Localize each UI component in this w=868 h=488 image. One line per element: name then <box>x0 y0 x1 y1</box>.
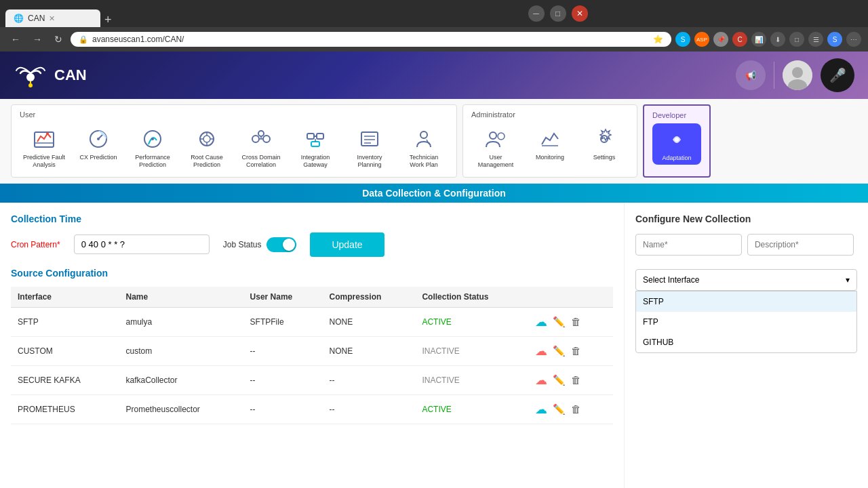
extension-more[interactable]: ⋯ <box>846 32 861 47</box>
cell-interface: CUSTOM <box>11 336 119 365</box>
performance-label: Performance Prediction <box>131 154 174 169</box>
svg-point-13 <box>151 138 154 140</box>
nav-item-cross-domain[interactable]: Cross Domain Correlation <box>237 123 285 171</box>
nav-item-cx-prediction[interactable]: CX Prediction <box>74 123 123 171</box>
nav-item-integration-gateway[interactable]: Integration Gateway <box>291 123 340 171</box>
source-config-section: Source Configuration Interface Name User… <box>11 268 613 424</box>
dropdown-item-sftp[interactable]: SFTP <box>636 291 856 312</box>
cell-status: INACTIVE <box>415 365 528 394</box>
svg-point-21 <box>263 136 270 142</box>
extension-skype[interactable]: S <box>675 32 690 47</box>
cross-domain-icon <box>248 125 275 152</box>
mic-button[interactable]: 🎤 <box>821 58 854 92</box>
user-section-title: User <box>20 110 448 119</box>
root-cause-label: Root Cause Prediction <box>185 154 229 169</box>
user-nav-section: User Predictive Fault Analysis <box>11 104 457 178</box>
cloud-icon[interactable]: ☁ <box>535 344 547 359</box>
section-header: Data Collection & Configuration <box>0 184 868 203</box>
technician-label: Technician Work Plan <box>402 154 446 169</box>
url-bar[interactable]: 🔒 avanseuscan1.com/CAN/ ⭐ <box>71 32 671 47</box>
col-name: Name <box>119 287 243 308</box>
nav-item-predictive-fault[interactable]: Predictive Fault Analysis <box>20 123 68 171</box>
interface-dropdown-list: SFTP FTP GITHUB <box>635 291 857 353</box>
bookmark-icon[interactable]: ⭐ <box>653 35 663 44</box>
cron-input[interactable] <box>74 235 210 254</box>
settings-label: Settings <box>593 154 616 161</box>
dropdown-item-github[interactable]: GITHUB <box>636 332 856 352</box>
mic-icon: 🎤 <box>829 67 846 83</box>
extension-4[interactable]: C <box>732 32 747 47</box>
nav-menu: User Predictive Fault Analysis <box>0 99 868 184</box>
extension-3[interactable]: 📌 <box>713 32 728 47</box>
delete-icon[interactable]: 🗑 <box>571 345 581 357</box>
new-tab-button[interactable]: + <box>100 13 116 27</box>
delete-icon[interactable]: 🗑 <box>571 316 581 327</box>
extension-asp[interactable]: ASP <box>694 32 709 47</box>
cell-name: kafkaCollector <box>119 365 243 394</box>
cell-interface: PROMETHEUS <box>11 394 119 424</box>
back-button[interactable]: ← <box>7 33 24 46</box>
user-nav-items: Predictive Fault Analysis CX Prediction <box>20 123 448 171</box>
delete-icon[interactable]: 🗑 <box>571 403 581 415</box>
cron-form-row: Cron Pattern* Job Status ✕ Update <box>11 232 613 257</box>
name-input[interactable] <box>635 234 742 256</box>
cell-username: -- <box>243 394 323 424</box>
source-config-table: Interface Name User Name Compression Col… <box>11 287 613 424</box>
nav-item-inventory[interactable]: Inventory Planning <box>345 123 394 171</box>
user-management-icon <box>482 125 509 152</box>
user-avatar[interactable] <box>783 60 812 90</box>
job-status-toggle[interactable]: ✕ <box>267 237 296 252</box>
nav-item-settings[interactable]: Settings <box>580 123 629 171</box>
inventory-label: Inventory Planning <box>348 154 391 169</box>
browser-nav-bar: ← → ↻ 🔒 avanseuscan1.com/CAN/ ⭐ S ASP 📌 … <box>0 27 868 52</box>
nav-item-adaptation[interactable]: Adaptation <box>652 123 701 165</box>
edit-icon[interactable]: ✏️ <box>553 374 566 386</box>
cloud-icon[interactable]: ☁ <box>535 373 547 388</box>
cx-prediction-label: CX Prediction <box>79 154 117 161</box>
cloud-icon[interactable]: ☁ <box>535 314 547 329</box>
chevron-down-icon: ▾ <box>846 275 850 285</box>
toggle-thumb <box>283 239 295 251</box>
cell-compression: -- <box>323 365 416 394</box>
delete-icon[interactable]: 🗑 <box>571 374 581 386</box>
monitoring-label: Monitoring <box>536 154 564 161</box>
col-username: User Name <box>243 287 323 308</box>
interface-select[interactable]: Select Interface ▾ <box>635 269 857 291</box>
edit-icon[interactable]: ✏️ <box>553 403 566 415</box>
edit-icon[interactable]: ✏️ <box>553 345 566 357</box>
description-input[interactable] <box>747 234 854 256</box>
notification-button[interactable]: 📢 <box>736 60 766 90</box>
cloud-icon[interactable]: ☁ <box>535 402 547 417</box>
svg-rect-28 <box>311 142 319 146</box>
developer-nav-section: Developer Adaptation <box>643 104 711 178</box>
extension-5[interactable]: 📊 <box>751 32 766 47</box>
nav-item-monitoring[interactable]: Monitoring <box>526 123 574 171</box>
cron-label: Cron Pattern* <box>11 240 60 249</box>
browser-tabs: 🌐 CAN ✕ + <box>5 0 116 27</box>
update-button[interactable]: Update <box>310 232 384 257</box>
nav-item-user-management[interactable]: User Management <box>471 123 520 171</box>
nav-item-root-cause[interactable]: Root Cause Prediction <box>182 123 231 171</box>
extension-8[interactable]: ☰ <box>808 32 823 47</box>
close-window-button[interactable]: ✕ <box>572 5 588 22</box>
integration-gateway-icon <box>302 125 329 152</box>
svg-rect-26 <box>317 134 323 139</box>
minimize-button[interactable]: ─ <box>528 5 545 22</box>
refresh-button[interactable]: ↻ <box>50 33 66 46</box>
extension-6[interactable]: ⬇ <box>770 32 785 47</box>
predictive-fault-icon <box>31 125 58 152</box>
logo-area: CAN <box>14 58 87 92</box>
cell-username: -- <box>243 365 323 394</box>
maximize-button[interactable]: □ <box>550 5 566 22</box>
extension-profile[interactable]: S <box>827 32 842 47</box>
active-tab[interactable]: 🌐 CAN ✕ <box>5 9 100 27</box>
nav-item-technician[interactable]: Technician Work Plan <box>399 123 448 171</box>
dropdown-item-ftp[interactable]: FTP <box>636 312 856 332</box>
cell-username: -- <box>243 336 323 365</box>
edit-icon[interactable]: ✏️ <box>553 316 566 328</box>
nav-item-performance[interactable]: Performance Prediction <box>128 123 177 171</box>
svg-point-11 <box>97 138 100 140</box>
tab-close-button[interactable]: ✕ <box>49 14 55 23</box>
extension-7[interactable]: □ <box>789 32 804 47</box>
forward-button[interactable]: → <box>28 33 46 46</box>
